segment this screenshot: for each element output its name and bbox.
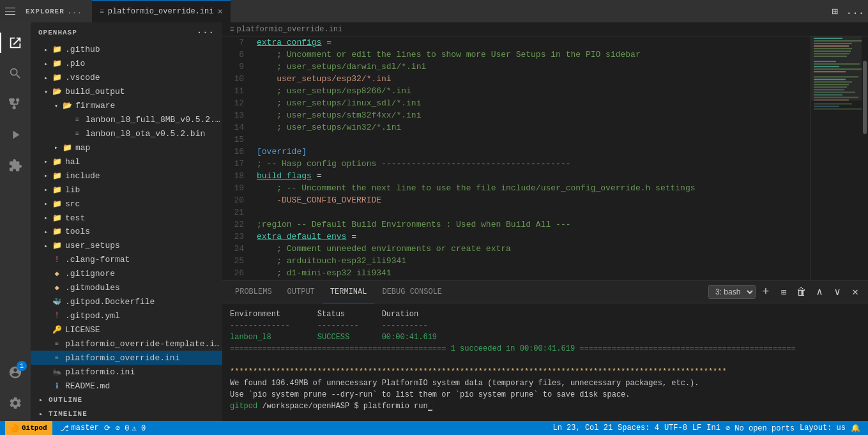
folder-icon-src: 📁	[51, 198, 63, 210]
code-editor[interactable]: 7 8 9 10 11 12 13 14 15 16 17 18 19 20 2…	[222, 36, 811, 280]
errors-btn[interactable]: ⊘ 0 ⚠ 0	[113, 421, 148, 435]
encoding-btn[interactable]: UTF-8	[662, 421, 690, 435]
errors-label: ⊘ 0	[116, 424, 130, 433]
tree-spacer6	[41, 297, 51, 307]
gitpod-label: Gitpod	[22, 424, 47, 432]
terminal-line-prompt: gitpod /workspace/openHASP $ platformio …	[230, 401, 860, 412]
activity-search[interactable]	[0, 58, 31, 89]
new-terminal-btn[interactable]: +	[758, 284, 773, 300]
tree-item-include[interactable]: 📁 include	[31, 169, 222, 183]
outline-label: OUTLINE	[49, 396, 82, 404]
notifications-btn[interactable]: 🔔	[848, 421, 863, 435]
activity-source-control[interactable]	[0, 89, 31, 119]
tree-item-tools[interactable]: 📁 tools	[31, 225, 222, 239]
file-icon-gitpod-yml: !	[51, 310, 63, 321]
sync-icon: ⟳	[104, 424, 110, 433]
line-ending-btn[interactable]: LF	[690, 421, 704, 435]
panel-close-btn[interactable]: ✕	[848, 284, 863, 300]
tree-item-gitpod-yml[interactable]: ! .gitpod.yml	[31, 309, 222, 323]
tab-platformio-override[interactable]: ≡ platformio_override.ini ✕	[92, 0, 231, 22]
tree-label-github: .github	[65, 45, 100, 54]
tree-item-map[interactable]: 📁 map	[31, 141, 222, 155]
tree-item-gitmodules[interactable]: ◆ .gitmodules	[31, 281, 222, 295]
tree-item-gitpod-dockerfile[interactable]: 🐳 .gitpod.Dockerfile	[31, 295, 222, 309]
kill-terminal-btn[interactable]: 🗑	[794, 284, 809, 300]
tree-label-platformio-ini: platformio.ini	[65, 367, 135, 377]
tree-arrow-src	[41, 199, 51, 209]
tree-spacer9	[41, 339, 51, 349]
activity-explorer[interactable]	[0, 27, 31, 58]
file-icon-readme: ℹ	[51, 380, 63, 392]
statusbar-left: ⎇ master ⟳ ⊘ 0 ⚠ 0	[57, 421, 149, 435]
language-btn[interactable]: Ini	[704, 421, 723, 435]
sidebar-more-btn[interactable]: ···	[197, 27, 215, 38]
panel-up-btn[interactable]: ∧	[812, 284, 827, 300]
no-ports-btn[interactable]: ⊘ No open ports	[723, 421, 797, 435]
sidebar-header: OPENHASP ···	[31, 22, 222, 43]
spaces-btn[interactable]: Spaces: 4	[615, 421, 662, 435]
split-terminal-btn[interactable]: ⊞	[776, 284, 791, 300]
tree-item-test[interactable]: 📁 test	[31, 211, 222, 225]
language-label: Ini	[706, 424, 720, 432]
position-btn[interactable]: Ln 23, Col 21	[550, 421, 615, 435]
tree-item-lanbon-full[interactable]: ≡ lanbon_l8_full_8MB_v0.5.2.bin	[31, 113, 222, 127]
tree-item-lib[interactable]: 📁 lib	[31, 183, 222, 197]
panel-maximize-btn[interactable]: ∨	[830, 284, 845, 300]
folder-icon-test: 📁	[51, 212, 63, 224]
editor-scrollbar[interactable]	[862, 36, 868, 280]
tab-label: platformio_override.ini	[108, 7, 214, 16]
tree-item-platformio-override[interactable]: ≡ platformio_override.ini	[31, 351, 222, 365]
file-icon-clang: !	[51, 254, 63, 266]
tree-item-readme[interactable]: ℹ README.md	[31, 379, 222, 393]
timeline-section[interactable]: TIMELINE	[31, 407, 222, 421]
tab-problems[interactable]: PROBLEMS	[227, 281, 280, 303]
tree-item-hal[interactable]: 📁 hal	[31, 155, 222, 169]
tree-item-pio[interactable]: 📁 .pio	[31, 57, 222, 71]
gitpod-btn[interactable]: 🟠 Gitpod	[5, 421, 52, 435]
tab-output[interactable]: OUTPUT	[280, 281, 323, 303]
tab-debug-console[interactable]: DEBUG CONSOLE	[374, 281, 450, 303]
sync-btn[interactable]: ⟳	[102, 421, 113, 435]
tree-item-firmware[interactable]: 📂 firmware	[31, 99, 222, 113]
tree-item-build-output[interactable]: 📂 build_output	[31, 85, 222, 99]
code-content[interactable]: extra_configs = ; Uncomment or edit the …	[254, 36, 811, 280]
tree-label-lanbon-ota: lanbon_l8_ota_v0.5.2.bin	[86, 129, 205, 139]
tree-label-include: include	[65, 171, 100, 181]
more-actions-btn[interactable]: ...	[848, 4, 863, 19]
tree-item-lanbon-ota[interactable]: ≡ lanbon_l8_ota_v0.5.2.bin	[31, 127, 222, 141]
terminal-line-info1: We found 106.49MB of unnecessary Platfor…	[230, 378, 860, 389]
activity-settings[interactable]	[0, 388, 31, 418]
activity-accounts[interactable]: 1	[0, 357, 31, 388]
git-branch-btn[interactable]: ⎇ master	[57, 421, 102, 435]
terminal-content[interactable]: Environment Status Duration ------------…	[222, 303, 868, 421]
code-line-20: -DUSE_CONFIG_OVERRIDE	[254, 194, 811, 206]
code-line-25: ; arduitouch-esp32_ili9341	[254, 255, 811, 267]
activity-extensions[interactable]	[0, 150, 31, 181]
outline-section[interactable]: OUTLINE	[31, 393, 222, 407]
tree-item-vscode[interactable]: 📁 .vscode	[31, 71, 222, 85]
menu-icon[interactable]	[5, 4, 20, 19]
tab-terminal[interactable]: TERMINAL	[323, 281, 375, 303]
tab-close-btn[interactable]: ✕	[217, 7, 222, 16]
svg-rect-27	[811, 36, 868, 101]
activity-run[interactable]	[0, 119, 31, 150]
explorer-more-btn[interactable]: ...	[67, 6, 82, 16]
terminal-selector[interactable]: 3: bash	[708, 285, 756, 299]
no-ports-label: ⊘ No open ports	[726, 424, 795, 433]
split-editor-btn[interactable]: ⊞	[827, 4, 842, 19]
tree-item-src[interactable]: 📁 src	[31, 197, 222, 211]
tree-item-github[interactable]: 📁 .github	[31, 43, 222, 57]
tree-item-clang-format[interactable]: ! .clang-format	[31, 253, 222, 267]
tree-label-map: map	[75, 143, 90, 153]
tree-label-hal: hal	[65, 157, 80, 167]
code-line-16: [override]	[254, 146, 811, 158]
tree-item-license[interactable]: 🔑 LICENSE	[31, 323, 222, 337]
tree-arrow-lib	[41, 185, 51, 195]
tree-item-gitignore[interactable]: ◆ .gitignore	[31, 267, 222, 281]
layout-btn[interactable]: Layout: us	[797, 421, 848, 435]
tree-item-platformio-override-template[interactable]: ≡ platformio_override-template.ini	[31, 337, 222, 351]
editor-scrollbar-thumb[interactable]	[863, 61, 867, 134]
tree-item-platformio-ini[interactable]: 🐜 platformio.ini	[31, 365, 222, 379]
code-line-26: ; d1-mini-esp32 ili9341	[254, 267, 811, 279]
tree-item-user-setups[interactable]: 📁 user_setups	[31, 239, 222, 253]
